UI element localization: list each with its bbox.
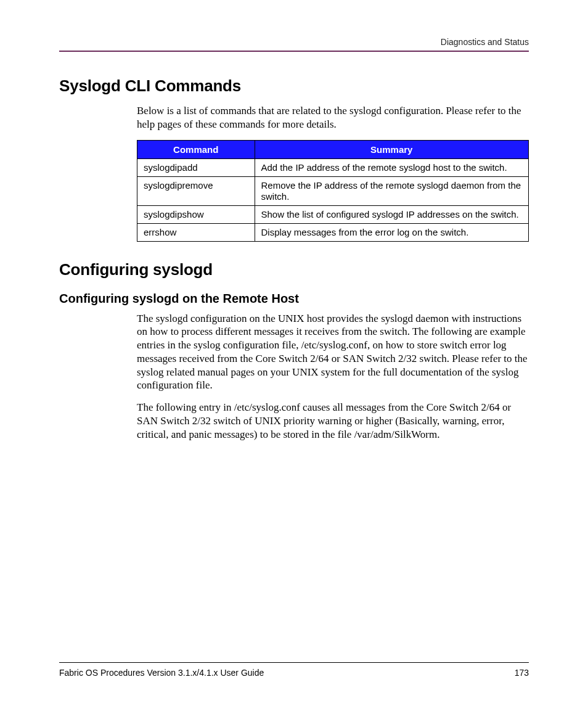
- command-table: Command Summary syslogdipadd Add the IP …: [137, 140, 529, 242]
- command-table-wrap: Command Summary syslogdipadd Add the IP …: [137, 140, 529, 242]
- cell-summary: Show the list of configured syslogd IP a…: [255, 205, 529, 223]
- page-number: 173: [515, 668, 529, 678]
- th-summary: Summary: [255, 140, 529, 158]
- document-page: Diagnostics and Status Syslogd CLI Comma…: [0, 0, 588, 706]
- footer-title: Fabric OS Procedures Version 3.1.x/4.1.x…: [59, 668, 264, 678]
- cell-summary: Remove the IP address of the remote sysl…: [255, 176, 529, 205]
- cell-command: errshow: [137, 223, 255, 241]
- footer-row: Fabric OS Procedures Version 3.1.x/4.1.x…: [59, 668, 529, 678]
- table-header-row: Command Summary: [137, 140, 529, 158]
- table-row: syslogdipadd Add the IP address of the r…: [137, 158, 529, 176]
- cell-summary: Add the IP address of the remote syslogd…: [255, 158, 529, 176]
- cell-summary: Display messages from the error log on t…: [255, 223, 529, 241]
- table-row: errshow Display messages from the error …: [137, 223, 529, 241]
- footer-rule: [59, 662, 529, 663]
- cell-command: syslogdipremove: [137, 176, 255, 205]
- body-paragraph: The syslogd configuration on the UNIX ho…: [137, 312, 529, 393]
- cell-command: syslogdipshow: [137, 205, 255, 223]
- heading-configuring-syslogd: Configuring syslogd: [59, 260, 529, 279]
- footer: Fabric OS Procedures Version 3.1.x/4.1.x…: [59, 662, 529, 678]
- table-row: syslogdipremove Remove the IP address of…: [137, 176, 529, 205]
- header-rule: [59, 51, 529, 52]
- running-header: Diagnostics and Status: [59, 37, 529, 47]
- cell-command: syslogdipadd: [137, 158, 255, 176]
- body-paragraph: The following entry in /etc/syslog.conf …: [137, 401, 529, 441]
- heading-syslogd-cli: Syslogd CLI Commands: [59, 76, 529, 96]
- intro-paragraph: Below is a list of commands that are rel…: [137, 104, 529, 131]
- subheading-remote-host: Configuring syslogd on the Remote Host: [59, 292, 529, 306]
- table-row: syslogdipshow Show the list of configure…: [137, 205, 529, 223]
- th-command: Command: [137, 140, 255, 158]
